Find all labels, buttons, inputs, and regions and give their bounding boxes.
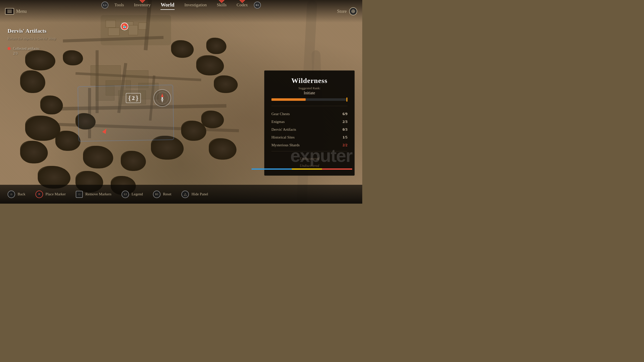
l1-button[interactable]: L1 [101,2,108,9]
tab-inventory-label: Inventory [134,3,151,8]
cluster-indicator: { 2 } [126,93,141,103]
reset-button-icon: R3 [153,191,160,198]
objective-label: Collected artifacts: [13,47,40,51]
map-marker: 🏪 [121,23,128,30]
player-position [102,127,108,134]
legend-label: Legend [132,192,143,196]
objective-value: 2/3 [13,52,18,55]
store-button[interactable]: Store [337,7,357,15]
tab-investigation-label: Investigation [184,3,207,8]
tab-codex-label: Codex [237,3,248,8]
stat-enigmas-label: Enigmas [271,120,285,124]
tab-codex[interactable]: Codex [232,1,253,10]
tab-world[interactable]: World [156,0,179,10]
remove-markers-label: Remove Markers [85,192,111,196]
watermark: exputer [290,145,352,166]
stat-enigmas-value: 2/3 [343,120,347,124]
quest-description: Return the objects to Dervis' Shop [8,36,78,41]
back-label: Back [18,192,25,196]
place-marker-button-icon: ✕ [35,191,43,198]
stat-historical-sites-label: Historical Sites [271,135,295,140]
store-icon [349,7,357,15]
stat-dervis-artifacts-value: 0/3 [343,127,347,132]
action-reset[interactable]: R3 Reset [153,191,171,198]
tab-world-label: World [161,2,174,8]
stat-dervis-artifacts: Dervis' Artifacts 0/3 [271,126,347,133]
suggested-rank-label: Suggested Rank: [271,86,347,90]
tab-skills-label: Skills [217,3,227,8]
stat-gear-chests: Gear Chests 6/9 [271,110,347,118]
menu-button[interactable]: Menu [5,8,27,15]
rank-progress-tip [346,98,347,102]
action-back[interactable]: ○ Back [8,191,25,198]
back-button-icon: ○ [8,191,15,198]
objective-text: Collected artifacts: 2/3 [13,46,40,56]
tab-skills[interactable]: Skills [212,1,232,10]
tab-inventory[interactable]: Inventory [129,1,156,10]
nav-tabs: L1 Tools Inventory World Investigation [100,0,262,10]
bottom-action-bar: ○ Back ✕ Place Marker □ Remove Markers L… [0,185,362,204]
watermark-bar [252,168,352,170]
action-legend[interactable]: L3 Legend [122,191,143,198]
stat-historical-sites: Historical Sites 1/5 [271,133,347,141]
place-marker-label: Place Marker [46,192,66,196]
legend-button-icon: L3 [122,191,129,198]
rank-progress-fill [271,98,306,101]
rank-progress-bar [271,98,347,101]
stat-historical-sites-value: 1/5 [343,135,347,140]
store-label: Store [337,9,347,14]
action-place-marker[interactable]: ✕ Place Marker [35,191,66,198]
remove-markers-button-icon: □ [76,191,83,198]
hide-panel-label: Hide Panel [191,192,208,196]
divider [271,106,347,106]
menu-label: Menu [16,9,27,14]
tab-tools[interactable]: Tools [109,1,129,10]
hide-panel-button-icon: △ [181,191,189,198]
tab-investigation[interactable]: Investigation [179,1,212,10]
top-navigation: Menu L1 Tools Inventory World [0,0,362,23]
tab-tools-label: Tools [114,3,124,8]
quest-title: Dervis' Artifacts [8,28,78,34]
stat-enigmas: Enigmas 2/3 [271,118,347,126]
menu-icon [5,8,14,15]
reset-label: Reset [163,192,171,196]
quest-panel: Dervis' Artifacts Return the objects to … [8,28,78,56]
action-remove-markers[interactable]: □ Remove Markers [76,191,111,198]
quest-objective: Collected artifacts: 2/3 [8,46,78,56]
rank-name: Initiate [271,91,347,95]
region-name: Wilderness [271,77,347,85]
stat-gear-chests-value: 6/9 [343,112,347,116]
r1-button[interactable]: R1 [254,2,261,9]
stat-dervis-artifacts-label: Dervis' Artifacts [271,127,296,132]
action-hide-panel[interactable]: △ Hide Panel [181,191,208,198]
compass [153,89,171,107]
objective-indicator [8,47,11,50]
stat-gear-chests-label: Gear Chests [271,112,290,116]
